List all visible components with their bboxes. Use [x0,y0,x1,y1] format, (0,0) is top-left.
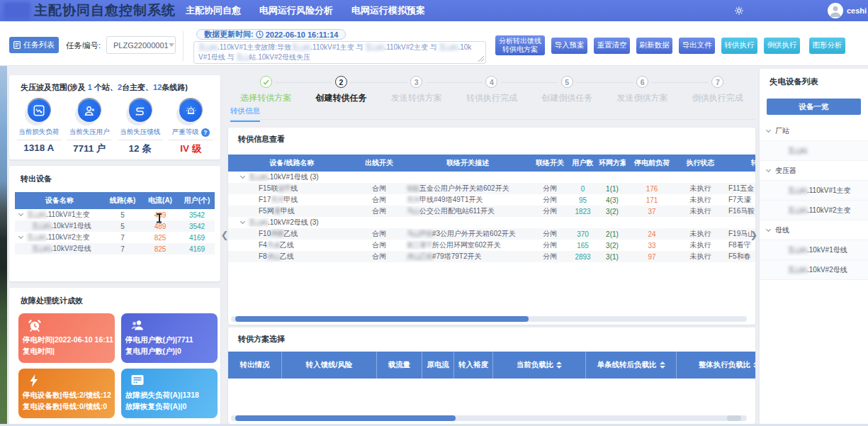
task-list-button[interactable]: 任务列表 [9,37,59,53]
step-7[interactable]: 7倒供执行完成 [680,76,755,107]
text-segment: 厂站 [775,126,789,136]
user-menu[interactable]: ceshi [828,3,867,18]
step-number: 5 [561,76,573,88]
tree-group-3[interactable]: 变压器 [760,161,868,181]
caret-down-icon[interactable] [18,234,23,239]
column-header: 用户数 [567,158,599,168]
redacted-text: 五山站 [32,222,51,230]
table-row[interactable]: 五山站.110kV#1主变54893542 [15,209,215,220]
plan-column-header-8[interactable]: 整体执行负载比 [677,352,755,379]
sort-icon[interactable] [660,361,665,369]
caret-down-icon[interactable] [766,128,771,133]
plan-column-label: 整体执行负载比 [699,360,751,370]
step-label: 发送转供方案 [391,92,442,104]
gear-icon[interactable] [734,6,744,16]
collapse-right-panel-handle[interactable]: ❯ [750,226,758,245]
fault-stat-line1: 停电设备数|母线:2/馈线:12 [23,389,115,400]
table-row[interactable]: F10网夏乙线合闸马山甲线#3公用户外开关箱602开关分闸3702(1)24未执… [228,228,755,240]
step-2[interactable]: 2创建转供任务 [303,76,378,107]
step-6[interactable]: 6发送倒供方案 [604,76,680,107]
tree-item-5[interactable]: 五山站.110kV#2主变 [760,201,868,220]
caret-down-icon[interactable] [240,219,245,224]
resize-grip-icon[interactable] [478,56,484,62]
transfer-out-title: 转出设备 [21,174,52,184]
action-button-3[interactable]: 重置清空 [594,38,630,54]
step-4[interactable]: 4转供执行完成 [454,76,529,107]
fault-description-textarea[interactable]: 五山站.110kV#1主变故障:导致五山站.110kV#1主变 与 五山站.11… [193,41,486,64]
plan-column-header-7[interactable]: 单条线转后负载比 [586,352,677,379]
tab-transfer-info[interactable]: 转供信息 [230,106,260,121]
table-row[interactable]: 五山站.110kV#2主变78254169 [15,232,215,243]
help-icon[interactable]: ? [201,128,210,137]
caret-down-icon[interactable] [18,211,23,216]
group-row[interactable]: 五山站.10kV#1母线 (3) [228,172,755,183]
table-row[interactable]: F17天河甲线合闸天河甲线#49塔49T1开关分闸954(3)171未执行F7天… [228,194,755,206]
group-name-cell: 五山站.10kV#1母线 (3) [228,172,755,182]
nav-item-1[interactable]: 主配协同自愈 [186,0,241,21]
redacted-text: 五山站 [788,186,807,196]
nav-item-2[interactable]: 电网运行风险分析 [259,0,333,21]
info-table-hscrollbar[interactable] [231,316,747,322]
table-row[interactable]: 五山站.10kV#2母线78254169 [15,243,215,254]
toolbar: 任务列表 任务编号: PLZG22000001 数据更新时间: 2022-06-… [0,21,868,66]
text-segment: #3公用户外开关箱602开关 [432,230,516,237]
step-3[interactable]: 3发送转供方案 [379,76,454,107]
plan-table-hscroll-thumb[interactable] [235,415,456,421]
lines-cell: 7 [104,234,141,242]
table-row[interactable]: F5网夏甲线合闸马山公交公用配电站611开关分闸18233(2)37未执行F16… [228,206,755,217]
step-5[interactable]: 5创建倒供任务 [529,76,604,107]
text-segment: .10kV#1母线 [807,245,847,255]
tree-item-2[interactable]: 五山站 [760,141,868,161]
caret-down-icon[interactable] [240,174,245,179]
users-cell: 4169 [179,234,215,242]
step-1[interactable]: 选择转供方案 [228,76,303,107]
plan-column-header-4: 原电流 [422,352,454,379]
feeder-name-cell: F5网夏甲线 [228,206,356,216]
sort-icon[interactable] [556,361,562,369]
text-cursor [156,213,162,223]
collapse-left-panel-handle[interactable]: ❮ [220,226,229,245]
caret-down-icon[interactable] [766,227,771,232]
text-segment: 线 [291,184,298,192]
target-feeder-cell: F16马鞍 [723,206,755,216]
table-row[interactable]: F15联益甲线合闸创益五金公用户外开关箱602开关分闸01(1)176未执行F1… [228,183,755,194]
out-switch-cell: 合闸 [356,252,402,262]
fault-stat-line1: 停电用户数(户)|7711 [125,334,218,345]
action-button-2[interactable]: 导入预案 [551,38,587,54]
column-header: 停电前负荷 [626,158,678,168]
group-row[interactable]: 五山站.10kV#2母线 (3) [228,217,755,228]
caret-down-icon[interactable] [766,167,771,172]
fault-stat-card-2: 停电用户数(户)|7711复电用户数(户)|0 [121,313,218,363]
sort-icon[interactable] [753,361,755,369]
table-row[interactable]: 五山站.10kV#1母线54893542 [15,220,215,232]
nav-item-3[interactable]: 电网运行模拟预案 [351,0,425,21]
action-button-1[interactable]: 分析转出馈线转供电方案 [495,35,545,55]
step-label: 创建转供任务 [315,92,366,104]
tree-group-1[interactable]: 厂站 [760,121,868,141]
info-table-hscroll-thumb[interactable] [235,316,529,322]
out-switch-cell: 合闸 [356,184,402,194]
action-button-7[interactable]: 倒供执行 [764,38,800,54]
plan-table-hscrollbar[interactable] [231,415,747,421]
table-row[interactable]: F4天成乙线合闸第三看守所公用环网室602开关分闸1653(2)33未执行F8看… [228,240,755,251]
action-button-8[interactable]: 图形分析 [809,38,845,54]
action-button-5[interactable]: 导出文件 [679,38,715,54]
table-row[interactable]: F8虎山乙线合闸虎山乙线#79塔79T2开关分闸28933(1)97未执行F5和… [228,251,755,262]
plan-column-header-6[interactable]: 当前负载比 [493,352,586,379]
action-button-4[interactable]: 刷新数据 [636,38,672,54]
task-no-select[interactable]: PLZG22000001 [106,36,176,54]
action-button-6[interactable]: 转供执行 [721,38,757,54]
step-label: 转供执行完成 [466,92,517,104]
step-number: 3 [410,76,422,88]
users-cell: 2893 [567,253,599,261]
update-time-value: 2022-06-10 16:11:14 [266,30,339,39]
tree-item-4[interactable]: 五山站.110kV#1主变 [760,181,868,201]
column-header: 执行状态 [678,158,723,168]
step-label: 发送倒供方案 [617,92,668,104]
tree-item-7[interactable]: 五山站.10kV#1母线 [760,240,868,260]
tree-group-6[interactable]: 母线 [760,220,868,240]
plan-column-label: 转出情况 [240,360,270,370]
users-cell: 3542 [179,223,215,230]
device-overview-bar[interactable]: 设备一览 [767,99,861,115]
tree-item-8[interactable]: 五山站.10kV#2母线 [760,260,868,280]
